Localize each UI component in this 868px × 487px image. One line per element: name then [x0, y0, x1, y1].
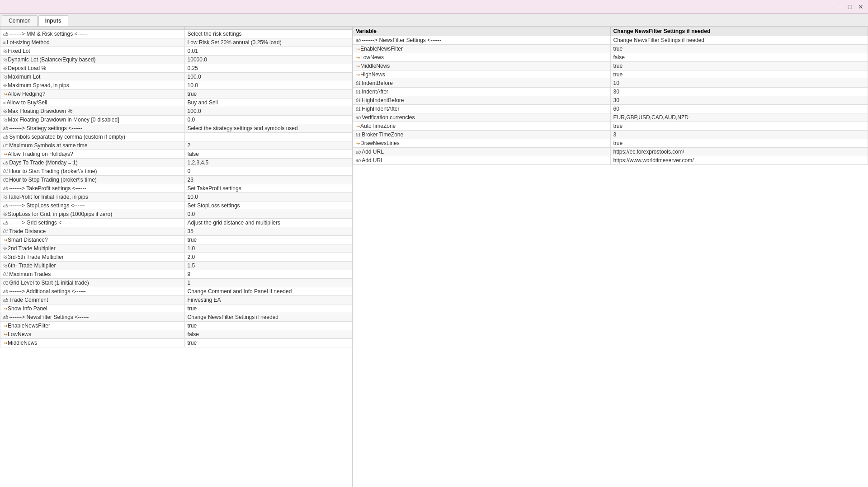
value-cell[interactable]: 1	[184, 279, 352, 287]
value-cell[interactable]: 2	[184, 141, 352, 150]
table-row[interactable]: 01Broker TimeZone 3	[353, 131, 868, 139]
value-cell[interactable]: 9	[184, 270, 352, 279]
table-row[interactable]: ab-------> NewsFilter Settings <------ C…	[353, 36, 868, 45]
table-row[interactable]: ab-------> StopLoss settings <------ Set…	[0, 201, 352, 210]
table-row[interactable]: ½3rd-5th Trade Multiplier 2.0	[0, 253, 352, 262]
table-row[interactable]: ↪Smart Distance? true	[0, 236, 352, 244]
value-cell[interactable]: Select the risk settings	[184, 30, 352, 38]
value-cell[interactable]: 10.0	[184, 81, 352, 90]
value-cell[interactable]: 100.0	[184, 107, 352, 116]
value-cell[interactable]: false	[184, 330, 352, 339]
table-row[interactable]: ab-------> Strategy settings <------ Sel…	[0, 124, 352, 133]
value-cell[interactable]: 0	[184, 167, 352, 176]
table-row[interactable]: ↪LowNews false	[353, 53, 868, 62]
value-cell[interactable]: Finvesting EA	[184, 296, 352, 304]
table-row[interactable]: abDays To Trade (Monday = 1) 1,2,3,4,5	[0, 159, 352, 167]
close-button[interactable]: ✕	[857, 3, 864, 10]
value-cell[interactable]: 0.01	[184, 47, 352, 56]
value-cell[interactable]: https://www.worldtimeserver.com/	[610, 156, 868, 165]
table-row[interactable]: 01HighIndentBefore 30	[353, 96, 868, 105]
value-cell[interactable]: true	[610, 62, 868, 70]
table-row[interactable]: 01Hour to Stop Trading (broker\'s time) …	[0, 176, 352, 184]
value-cell[interactable]: 2.0	[184, 253, 352, 262]
table-row[interactable]: ≡Lot-sizing Method Low Risk Set 20% annu…	[0, 38, 352, 47]
value-cell[interactable]: true	[610, 122, 868, 131]
table-row[interactable]: abSymbols separated by comma (custom if …	[0, 133, 352, 141]
minimize-button[interactable]: −	[835, 3, 843, 10]
table-row[interactable]: ab-------> Grid settings <------ Adjust …	[0, 219, 352, 227]
table-row[interactable]: ½StopLoss for Grid, in pips (1000pips if…	[0, 210, 352, 219]
table-row[interactable]: ↪HighNews true	[353, 70, 868, 79]
table-row[interactable]: ↪EnableNewsFilter true	[353, 45, 868, 53]
value-cell[interactable]: true	[184, 339, 352, 347]
table-row[interactable]: ab-------> MM & Risk settings <------ Se…	[0, 30, 352, 38]
value-cell[interactable]: 60	[610, 105, 868, 113]
table-row[interactable]: 01Hour to Start Trading (broker\'s time)…	[0, 167, 352, 176]
table-row[interactable]: ↪LowNews false	[0, 330, 352, 339]
table-row[interactable]: ½2nd Trade Multiplier 1.0	[0, 244, 352, 253]
value-cell[interactable]: false	[184, 150, 352, 159]
table-row[interactable]: ab-------> NewsFilter Settings <------ C…	[0, 313, 352, 322]
table-row[interactable]: 01Grid Level to Start (1-initial trade) …	[0, 279, 352, 287]
value-cell[interactable]: true	[610, 139, 868, 148]
value-cell[interactable]: 100.0	[184, 73, 352, 81]
table-row[interactable]: abVerification currencies EUR,GBP,USD,CA…	[353, 113, 868, 122]
value-cell[interactable]: https://ec.forexprostools.com/	[610, 148, 868, 156]
table-row[interactable]: ½Maximum Spread, in pips 10.0	[0, 81, 352, 90]
value-cell[interactable]: 1.5	[184, 262, 352, 270]
value-cell[interactable]: 0.25	[184, 64, 352, 73]
table-row[interactable]: ↪DrawNewsLines true	[353, 139, 868, 148]
value-cell[interactable]: Set TakeProfit settings	[184, 184, 352, 193]
table-row[interactable]: 01HighIndentAfter 60	[353, 105, 868, 113]
value-cell[interactable]: 1,2,3,4,5	[184, 159, 352, 167]
table-row[interactable]: 01IndentBefore 10	[353, 79, 868, 88]
value-cell[interactable]: EUR,GBP,USD,CAD,AUD,NZD	[610, 113, 868, 122]
value-cell[interactable]: Buy and Sell	[184, 98, 352, 107]
value-cell[interactable]: 3	[610, 131, 868, 139]
value-cell[interactable]: 0.0	[184, 210, 352, 219]
table-row[interactable]: ½Max Floating Drawdown % 100.0	[0, 107, 352, 116]
table-row[interactable]: abTrade Comment Finvesting EA	[0, 296, 352, 304]
table-row[interactable]: ↪Allow Trading on Holidays? false	[0, 150, 352, 159]
value-cell[interactable]: Select the strategy settings and symbols…	[184, 124, 352, 133]
value-cell[interactable]: Adjust the grid distance and multipliers	[184, 219, 352, 227]
table-row[interactable]: ½6th- Trade Multiplier 1.5	[0, 262, 352, 270]
table-row[interactable]: ½Dynamic Lot (Balance/Equity based) 1000…	[0, 56, 352, 64]
table-row[interactable]: ½Max Floating Drawdown in Money [0-disab…	[0, 116, 352, 124]
value-cell[interactable]: true	[184, 236, 352, 244]
table-row[interactable]: ½TakeProfit for Initial Trade, in pips 1…	[0, 193, 352, 201]
table-row[interactable]: ab-------> TakeProfit settings <------ S…	[0, 184, 352, 193]
value-cell[interactable]: true	[610, 70, 868, 79]
table-row[interactable]: ↪EnableNewsFilter true	[0, 322, 352, 330]
value-cell[interactable]: 10.0	[184, 193, 352, 201]
table-row[interactable]: ½Maximum Lot 100.0	[0, 73, 352, 81]
value-cell[interactable]: 1.0	[184, 244, 352, 253]
value-cell[interactable]: true	[184, 322, 352, 330]
table-row[interactable]: 01Maximum Trades 9	[0, 270, 352, 279]
value-cell[interactable]: true	[184, 304, 352, 313]
value-cell[interactable]	[184, 133, 352, 141]
table-row[interactable]: ↪MiddleNews true	[353, 62, 868, 70]
value-cell[interactable]: Change Comment and Info Panel if needed	[184, 287, 352, 296]
value-cell[interactable]: 35	[184, 227, 352, 236]
maximize-button[interactable]: □	[846, 3, 854, 10]
table-row[interactable]: 01Trade Distance 35	[0, 227, 352, 236]
value-cell[interactable]: 30	[610, 88, 868, 96]
value-cell[interactable]: Low Risk Set 20% annual (0.25% load)	[184, 38, 352, 47]
table-row[interactable]: ½Deposit Load % 0.25	[0, 64, 352, 73]
value-cell[interactable]: Change NewsFilter Settings if needed	[610, 36, 868, 45]
value-cell[interactable]: true	[184, 90, 352, 98]
table-row[interactable]: ↪Allow Hedging? true	[0, 90, 352, 98]
table-row[interactable]: ½Fixed Lot 0.01	[0, 47, 352, 56]
table-row[interactable]: ≡Allow to Buy/Sell Buy and Sell	[0, 98, 352, 107]
value-cell[interactable]: false	[610, 53, 868, 62]
value-cell[interactable]: Set StopLoss settings	[184, 201, 352, 210]
table-row[interactable]: ↪MiddleNews true	[0, 339, 352, 347]
tab-common[interactable]: Common	[2, 15, 38, 26]
table-row[interactable]: ↪Show Info Panel true	[0, 304, 352, 313]
value-cell[interactable]: 10000.0	[184, 56, 352, 64]
table-row[interactable]: ↪AutoTimeZone true	[353, 122, 868, 131]
value-cell[interactable]: true	[610, 45, 868, 53]
value-cell[interactable]: Change NewsFilter Settings if needed	[184, 313, 352, 322]
table-row[interactable]: abAdd URL https://ec.forexprostools.com/	[353, 148, 868, 156]
